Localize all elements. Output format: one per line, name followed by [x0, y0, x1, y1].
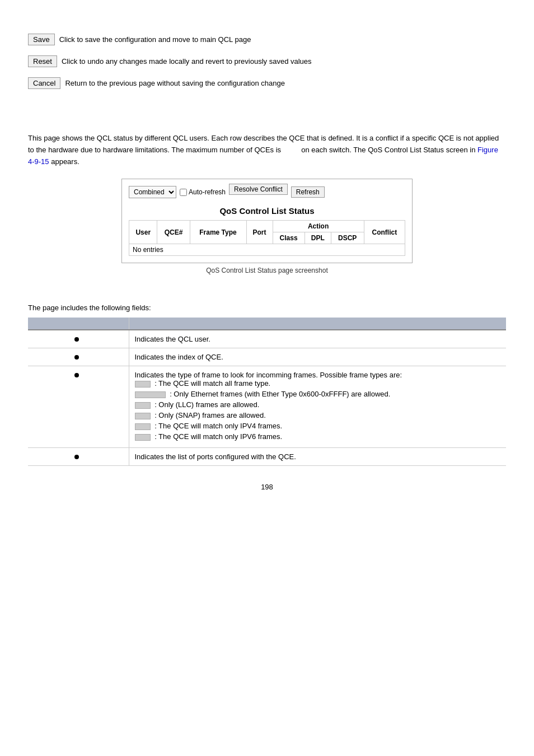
col-user: User	[129, 221, 157, 244]
list-item: : The QCE will match all frame type.	[135, 379, 501, 388]
table-row: Indicates the QCL user.	[28, 330, 506, 348]
col-action: Action	[273, 221, 364, 232]
table-row: Indicates the type of frame to look for …	[28, 366, 506, 448]
user-desc: Indicates the QCL user.	[129, 330, 506, 348]
col-conflict: Conflict	[364, 221, 405, 244]
reset-description: Click to undo any changes made locally a…	[62, 57, 312, 66]
col-frame-type: Frame Type	[190, 221, 246, 244]
qos-box: Combined Auto-refresh Resolve Conflict R…	[121, 179, 413, 263]
col-qce: QCE#	[157, 221, 190, 244]
fields-intro: The page includes the following fields:	[28, 304, 506, 312]
ipv4-box	[135, 423, 151, 430]
header-description	[129, 318, 506, 330]
col-dpl: DPL	[305, 232, 331, 244]
snap-desc: : Only (SNAP) frames are allowed.	[154, 411, 266, 419]
table-row: Indicates the list of ports configured w…	[28, 448, 506, 466]
reset-button[interactable]: Reset	[28, 55, 57, 67]
cancel-button[interactable]: Cancel	[28, 77, 60, 89]
list-item: : Only (SNAP) frames are allowed.	[135, 411, 501, 419]
any-box	[135, 381, 151, 388]
fields-table: Indicates the QCL user. Indicates the in…	[28, 318, 506, 466]
frame-type-list: : The QCE will match all frame type. : O…	[135, 379, 501, 441]
screenshot-caption: QoS Control List Status page screenshot	[206, 267, 327, 274]
table-row: Indicates the index of QCE.	[28, 348, 506, 366]
list-item: : Only (LLC) frames are allowed.	[135, 400, 501, 409]
bullet-icon	[74, 337, 79, 342]
list-item: : Only Ethernet frames (with Ether Type …	[135, 390, 501, 398]
frametype-bullet-cell	[28, 366, 129, 448]
snap-box	[135, 413, 151, 419]
list-item: : The QCE will match only IPV4 frames.	[135, 422, 501, 430]
auto-refresh-label[interactable]: Auto-refresh	[180, 188, 226, 196]
ipv6-box	[135, 434, 151, 441]
bullet-icon	[74, 355, 79, 360]
ethernet-box	[135, 391, 166, 398]
port-bullet-cell	[28, 448, 129, 466]
save-button[interactable]: Save	[28, 34, 55, 45]
qos-table: User QCE# Frame Type Port Action Conflic…	[129, 220, 405, 256]
ethernet-desc: : Only Ethernet frames (with Ether Type …	[170, 390, 390, 398]
qos-toolbar: Combined Auto-refresh Resolve Conflict R…	[129, 184, 405, 200]
no-entries-cell: No entries	[129, 244, 405, 256]
any-desc: : The QCE will match all frame type.	[154, 379, 270, 388]
llc-desc: : Only (LLC) frames are allowed.	[154, 400, 259, 409]
col-class: Class	[273, 232, 305, 244]
qce-desc: Indicates the index of QCE.	[129, 348, 506, 366]
bullet-icon	[74, 373, 79, 377]
user-bullet-cell	[28, 330, 129, 348]
desc-text3: appears.	[51, 157, 79, 166]
ipv6-desc: : The QCE will match only IPV6 frames.	[154, 432, 282, 441]
port-desc: Indicates the list of ports configured w…	[129, 448, 506, 466]
page-number: 198	[28, 483, 506, 491]
cancel-description: Return to the previous page without savi…	[65, 79, 284, 87]
description-block: This page shows the QCL status by differ…	[28, 133, 506, 167]
col-port: Port	[246, 221, 273, 244]
llc-box	[135, 402, 151, 409]
ipv4-desc: : The QCE will match only IPV4 frames.	[154, 422, 282, 430]
bullet-icon	[74, 455, 79, 459]
table-header-row	[28, 318, 506, 330]
col-dscp: DSCP	[331, 232, 364, 244]
qos-title: QoS Control List Status	[129, 206, 405, 216]
save-description: Click to save the configuration and move…	[59, 35, 251, 44]
frametype-desc-cell: Indicates the type of frame to look for …	[129, 366, 506, 448]
auto-refresh-checkbox[interactable]	[180, 189, 187, 196]
no-entries-row: No entries	[129, 244, 405, 256]
refresh-button[interactable]: Refresh	[291, 186, 325, 198]
user-select[interactable]: Combined	[129, 186, 176, 198]
screenshot-container: Combined Auto-refresh Resolve Conflict R…	[28, 179, 506, 274]
save-row: Save Click to save the configuration and…	[28, 34, 506, 45]
header-field	[28, 318, 129, 330]
frametype-desc: Indicates the type of frame to look for …	[135, 371, 402, 379]
reset-row: Reset Click to undo any changes made loc…	[28, 55, 506, 67]
desc-text2: on each switch. The QoS Control List Sta…	[301, 146, 475, 154]
cancel-row: Cancel Return to the previous page witho…	[28, 77, 506, 89]
resolve-conflict-button[interactable]: Resolve Conflict	[229, 184, 288, 195]
list-item: : The QCE will match only IPV6 frames.	[135, 432, 501, 441]
qce-bullet-cell	[28, 348, 129, 366]
